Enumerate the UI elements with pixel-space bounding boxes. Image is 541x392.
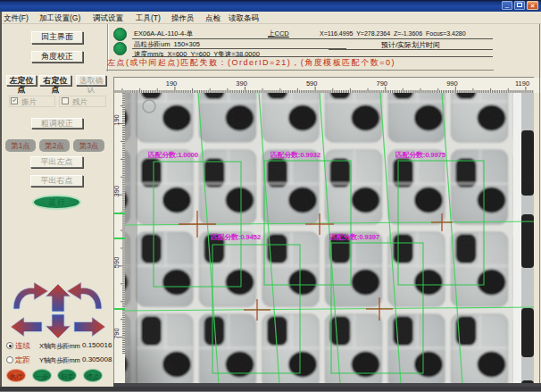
- svg-text:匹配分数:0.9452: 匹配分数:0.9452: [211, 233, 262, 241]
- svg-text:390: 390: [236, 79, 247, 88]
- svg-text:790: 790: [377, 79, 388, 88]
- svg-text:匹配分数:0.9975: 匹配分数:0.9975: [395, 151, 446, 159]
- svg-text:390: 390: [114, 186, 121, 197]
- svg-text:990: 990: [446, 79, 458, 88]
- svg-text:590: 590: [114, 257, 121, 269]
- svg-text:匹配分数:0.9932: 匹配分数:0.9932: [270, 151, 321, 159]
- svg-text:匹配分数:0.9397: 匹配分数:0.9397: [329, 233, 380, 241]
- svg-text:匹配分数:1.0000: 匹配分数:1.0000: [148, 151, 199, 159]
- svg-text:590: 590: [306, 79, 318, 88]
- svg-text:190: 190: [114, 114, 121, 126]
- svg-text:1190: 1190: [515, 79, 529, 88]
- svg-text:790: 790: [114, 328, 121, 339]
- svg-text:190: 190: [166, 79, 178, 88]
